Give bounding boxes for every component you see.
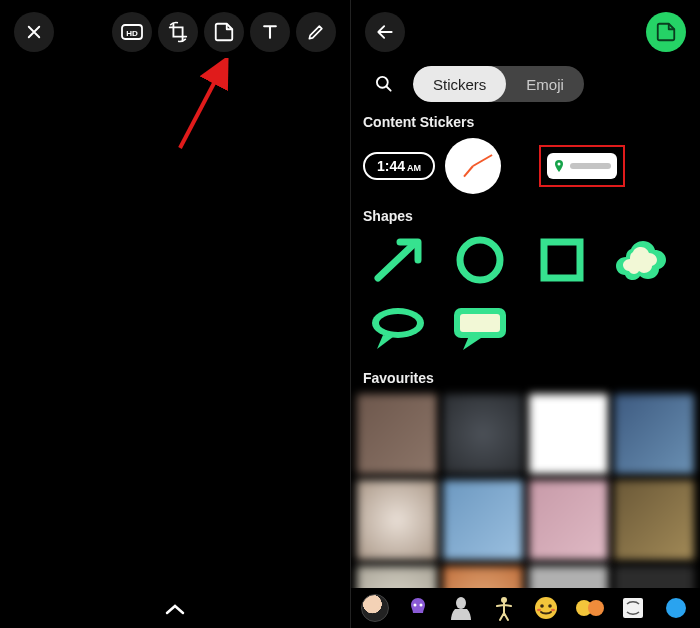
favourite-sticker[interactable] <box>357 566 437 589</box>
pack-purple[interactable] <box>404 593 433 623</box>
favourite-sticker[interactable] <box>614 566 694 589</box>
location-sticker[interactable] <box>547 153 617 179</box>
text-icon <box>260 22 280 42</box>
sticker-done-icon <box>655 21 677 43</box>
svg-line-2 <box>180 66 223 148</box>
section-header-favourites: Favourites <box>351 356 700 394</box>
favourite-sticker[interactable] <box>614 480 694 560</box>
back-arrow-icon <box>375 22 395 42</box>
crop-rotate-icon <box>167 21 189 43</box>
draw-button[interactable] <box>296 12 336 52</box>
shape-circle[interactable] <box>445 232 515 288</box>
svg-point-15 <box>535 597 557 619</box>
circle-shape-icon <box>454 234 506 286</box>
location-placeholder <box>570 163 611 169</box>
svg-point-12 <box>420 604 423 607</box>
favourites-grid <box>351 394 700 588</box>
shapes-grid <box>351 232 700 356</box>
svg-point-11 <box>414 604 417 607</box>
svg-point-5 <box>460 240 500 280</box>
time-value: 1:44 <box>377 158 405 174</box>
purple-creature-icon <box>405 595 431 621</box>
done-button[interactable] <box>646 12 686 52</box>
svg-point-13 <box>456 597 466 609</box>
shape-speech-oval[interactable] <box>363 300 433 356</box>
stickers-panel: Stickers Emoji Content Stickers 1:44 AM <box>350 0 700 628</box>
location-pin-icon <box>553 159 565 173</box>
shape-speech-rect[interactable] <box>445 300 515 356</box>
search-icon <box>374 74 394 94</box>
sticker-button[interactable] <box>204 12 244 52</box>
speech-rect-icon <box>449 304 511 352</box>
editor-toolbar: HD <box>0 0 350 64</box>
avatar-icon <box>361 594 389 622</box>
favourite-sticker[interactable] <box>614 394 694 474</box>
back-button[interactable] <box>365 12 405 52</box>
hd-button[interactable]: HD <box>112 12 152 52</box>
svg-rect-10 <box>460 314 500 332</box>
shape-square[interactable] <box>527 232 597 288</box>
svg-point-21 <box>588 600 604 616</box>
shape-thought-bubble[interactable] <box>609 232 679 288</box>
annotation-highlight-box <box>539 145 625 187</box>
favourite-sticker[interactable] <box>443 394 523 474</box>
crop-rotate-button[interactable] <box>158 12 198 52</box>
pack-stick[interactable] <box>489 593 518 623</box>
faces-pair-icon <box>575 596 605 620</box>
pack-grey[interactable] <box>446 593 475 623</box>
favourite-sticker[interactable] <box>443 566 523 589</box>
svg-rect-6 <box>544 242 580 278</box>
section-header-shapes: Shapes <box>351 194 700 232</box>
annotation-arrow-icon <box>165 58 235 158</box>
time-sticker[interactable]: 1:44 AM <box>363 152 435 180</box>
square-shape-icon <box>536 234 588 286</box>
close-button[interactable] <box>14 12 54 52</box>
pack-white[interactable] <box>619 593 648 623</box>
grey-figure-icon <box>449 595 473 621</box>
pack-avatar[interactable] <box>361 593 390 623</box>
close-icon <box>25 23 43 41</box>
speech-oval-icon <box>367 305 429 351</box>
pack-yellow[interactable] <box>532 593 561 623</box>
tab-emoji[interactable]: Emoji <box>506 66 584 102</box>
favourite-sticker[interactable] <box>529 480 609 560</box>
svg-point-8 <box>379 314 417 332</box>
chevron-up-icon <box>164 602 186 616</box>
content-stickers-row: 1:44 AM <box>351 138 700 194</box>
pack-blue[interactable] <box>661 593 690 623</box>
shape-arrow[interactable] <box>363 232 433 288</box>
arrow-shape-icon <box>370 234 426 286</box>
yellow-face-icon <box>533 595 559 621</box>
editor-pane: HD <box>0 0 350 628</box>
time-ampm: AM <box>407 163 421 173</box>
scroll-area[interactable]: Content Stickers 1:44 AM Shapes <box>351 100 700 588</box>
favourite-sticker[interactable] <box>529 394 609 474</box>
text-button[interactable] <box>250 12 290 52</box>
thought-bubble-icon <box>612 235 676 285</box>
segmented-tabs: Stickers Emoji <box>413 66 584 102</box>
favourite-sticker[interactable] <box>357 480 437 560</box>
svg-point-17 <box>548 604 552 608</box>
svg-text:HD: HD <box>126 29 138 38</box>
svg-point-16 <box>540 604 544 608</box>
svg-point-4 <box>558 163 561 166</box>
tab-stickers[interactable]: Stickers <box>413 66 506 102</box>
stick-figure-icon <box>492 595 516 621</box>
svg-point-23 <box>666 598 686 618</box>
search-button[interactable] <box>369 74 399 94</box>
sticker-pack-strip <box>351 588 700 628</box>
favourite-sticker[interactable] <box>443 480 523 560</box>
section-header-content: Content Stickers <box>351 100 700 138</box>
panel-header <box>351 0 700 64</box>
white-square-icon <box>621 596 645 620</box>
svg-point-19 <box>551 609 555 611</box>
pack-faces[interactable] <box>575 593 605 623</box>
favourite-sticker[interactable] <box>529 566 609 589</box>
expand-up-button[interactable] <box>164 602 186 620</box>
svg-point-18 <box>537 609 541 611</box>
favourite-sticker[interactable] <box>357 394 437 474</box>
draw-icon <box>306 22 326 42</box>
analog-clock-sticker[interactable] <box>445 138 501 194</box>
sticker-icon <box>213 21 235 43</box>
blue-circle-icon <box>665 595 687 621</box>
